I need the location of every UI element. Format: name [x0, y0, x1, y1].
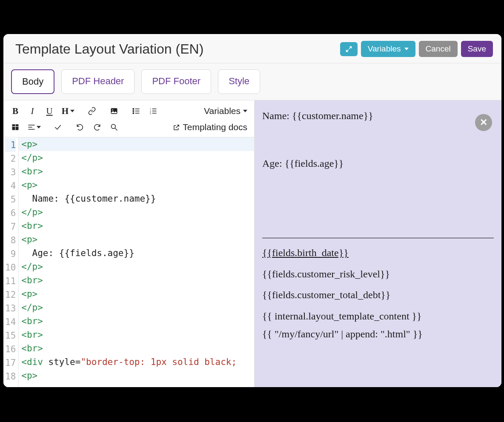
heading-label: H	[62, 106, 69, 117]
preview-divider	[262, 238, 494, 238]
italic-button[interactable]: I	[24, 103, 41, 119]
ordered-list-button[interactable]: 123	[145, 103, 162, 119]
redo-icon	[93, 123, 101, 131]
tab-style[interactable]: Style	[218, 69, 260, 94]
code-line: <p>	[19, 137, 254, 151]
code-line: <br>	[19, 219, 254, 233]
expand-icon	[345, 46, 352, 53]
variables-button-label: Variables	[368, 44, 401, 54]
tabs-row: Body PDF Header PDF Footer Style	[3, 63, 501, 100]
heading-button[interactable]: H	[58, 103, 78, 119]
code-line: Age: {{fields.age}}	[19, 246, 254, 260]
preview-debt: {{fields.customer_total_debt}}	[262, 288, 494, 302]
preview-name-line: Name: {{customer.name}}	[262, 109, 494, 123]
tab-pdf-footer[interactable]: PDF Footer	[141, 69, 211, 94]
svg-point-1	[112, 109, 113, 111]
header: Template Layout Variation (EN) Variables…	[3, 34, 501, 63]
list-ul-icon	[132, 107, 140, 115]
external-link-icon	[173, 124, 180, 131]
code-line: <br>	[19, 328, 254, 342]
expand-button[interactable]	[340, 42, 358, 56]
table-button[interactable]	[7, 120, 24, 135]
undo-icon	[76, 123, 84, 131]
code-line: <br>	[19, 314, 254, 328]
code-line: <br>	[19, 342, 254, 355]
code-line: </p>	[19, 205, 254, 219]
code-line: </p>	[19, 301, 254, 314]
page-title: Template Layout Variation (EN)	[15, 41, 337, 57]
image-icon	[110, 107, 118, 115]
list-ol-icon: 123	[149, 107, 158, 115]
undo-button[interactable]	[72, 120, 89, 135]
search-button[interactable]	[106, 120, 123, 135]
redo-button[interactable]	[89, 120, 106, 135]
tab-body[interactable]: Body	[11, 69, 54, 94]
bold-button[interactable]: B	[7, 103, 24, 119]
check-icon	[54, 123, 62, 131]
toolbar-variables-label: Variables	[204, 106, 241, 116]
code-line: <p>	[19, 178, 254, 192]
code-line: <br>	[19, 165, 254, 178]
code-lines: <p></p><br><p> Name: {{customer.name}}</…	[19, 137, 254, 387]
toolbar-variables-dropdown[interactable]: Variables	[200, 104, 251, 118]
svg-text:3: 3	[150, 112, 151, 115]
svg-point-2	[133, 108, 134, 110]
svg-point-4	[133, 113, 134, 114]
templating-docs-link[interactable]: Templating docs	[173, 122, 251, 132]
preview-append-expr: {{ "/my/fancy/url" | append: ".html" }}	[262, 327, 494, 342]
close-icon: ✕	[480, 116, 487, 129]
variables-button[interactable]: Variables	[361, 41, 415, 57]
svg-line-21	[115, 128, 117, 131]
cancel-button[interactable]: Cancel	[419, 41, 458, 57]
preview-birth-date: {{fields.birth_date}}	[262, 247, 349, 258]
templating-docs-label: Templating docs	[183, 122, 247, 132]
check-button[interactable]	[49, 120, 66, 135]
code-line: Name: {{customer.name}}	[19, 192, 254, 205]
underline-button[interactable]: U	[41, 103, 58, 119]
svg-point-20	[111, 124, 115, 128]
unordered-list-button[interactable]	[128, 103, 145, 119]
code-line: <p>	[19, 287, 254, 301]
code-line: <p>	[19, 369, 254, 382]
close-preview-button[interactable]: ✕	[475, 114, 492, 131]
code-line: <div style="border-top: 1px solid black;	[19, 355, 254, 369]
editor-window: Template Layout Variation (EN) Variables…	[3, 34, 501, 387]
code-editor[interactable]: 123456789101112131415161718 <p></p><br><…	[3, 137, 254, 387]
left-pane: B I U H	[3, 100, 255, 387]
chevron-down-icon	[243, 110, 247, 112]
svg-point-3	[133, 111, 134, 112]
align-button[interactable]	[24, 120, 44, 135]
link-icon	[88, 107, 96, 115]
code-line: </p>	[19, 260, 254, 274]
preview-pane: ✕ Name: {{customer.name}} Age: {{fields.…	[255, 100, 501, 387]
chevron-down-icon	[70, 110, 74, 112]
save-button[interactable]: Save	[461, 41, 493, 57]
code-line: </p>	[19, 151, 254, 165]
code-line: <br>	[19, 274, 254, 287]
align-left-icon	[27, 123, 36, 131]
image-button[interactable]	[106, 103, 123, 119]
tab-pdf-header[interactable]: PDF Header	[61, 69, 135, 94]
chevron-down-icon	[404, 48, 409, 50]
editor-toolbar: B I U H	[3, 100, 254, 137]
link-button[interactable]	[83, 103, 100, 119]
preview-layout-content: {{ internal.layout_template_content }}	[262, 309, 494, 324]
preview-risk: {{fields.customer_risk_level}}	[262, 267, 494, 282]
chevron-down-icon	[37, 126, 41, 128]
code-line: <p>	[19, 233, 254, 246]
line-gutter: 123456789101112131415161718	[3, 137, 19, 387]
search-icon	[110, 123, 118, 131]
preview-age-line: Age: {{fields.age}}	[262, 157, 494, 171]
editor-area: B I U H	[3, 100, 501, 387]
table-icon	[11, 123, 20, 131]
